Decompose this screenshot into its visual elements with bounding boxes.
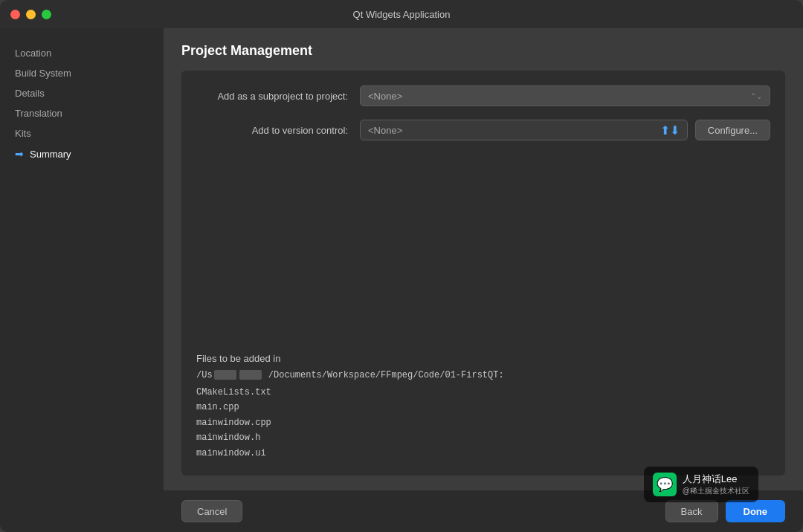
- cancel-button[interactable]: Cancel: [181, 500, 242, 522]
- maximize-button[interactable]: [42, 10, 51, 19]
- sidebar-item-label-summary: Summary: [30, 149, 71, 160]
- list-item: mainwindow.h: [196, 430, 770, 445]
- sidebar-item-details[interactable]: Details: [0, 83, 164, 103]
- list-item: CMakeLists.txt: [196, 385, 770, 400]
- sidebar-item-label-details: Details: [15, 88, 45, 99]
- wechat-icon: 💬: [653, 473, 677, 496]
- panel: Add as a subproject to project: <None> ⌃…: [181, 71, 785, 476]
- version-control-dropdown[interactable]: <None> ⬆⬇: [360, 120, 688, 140]
- watermark-text: 人月神话Lee: [683, 473, 749, 486]
- files-label: Files to be added in: [196, 353, 770, 364]
- sidebar-item-label-kits: Kits: [15, 128, 31, 139]
- sidebar-item-label-translation: Translation: [15, 108, 62, 119]
- right-panel: Project Management Add as a subproject t…: [164, 28, 803, 532]
- watermark-sub: @稀土掘金技术社区: [683, 486, 749, 496]
- dropdown-blue-arrow-icon: ⬆⬇: [660, 123, 680, 137]
- files-path: /Us /Documents/Workspace/FFmpeg/Code/01-…: [196, 370, 770, 380]
- subproject-label: Add as a subproject to project:: [196, 91, 360, 102]
- list-item: mainwindow.ui: [196, 446, 770, 461]
- configure-button[interactable]: Configure...: [695, 120, 770, 140]
- traffic-lights: [10, 10, 51, 19]
- sidebar: Location Build System Details Translatio…: [0, 28, 164, 532]
- arrow-right-icon: ➡: [15, 148, 24, 160]
- subproject-value: <None>: [368, 91, 402, 102]
- bottom-right-buttons: Back Done: [665, 500, 785, 522]
- redacted-1: [214, 370, 236, 380]
- subproject-dropdown[interactable]: <None> ⌃⌄: [360, 85, 770, 106]
- sidebar-item-label-location: Location: [15, 48, 51, 59]
- window-title: Qt Widgets Application: [353, 9, 451, 20]
- watermark: 💬 人月神话Lee @稀土掘金技术社区: [644, 467, 758, 502]
- main-layout: Location Build System Details Translatio…: [0, 28, 803, 532]
- sidebar-item-translation[interactable]: Translation: [0, 103, 164, 123]
- page-title: Project Management: [181, 43, 785, 59]
- subproject-control: <None> ⌃⌄: [360, 85, 770, 106]
- watermark-content: 人月神话Lee @稀土掘金技术社区: [683, 473, 749, 496]
- sidebar-item-kits[interactable]: Kits: [0, 123, 164, 143]
- version-control-control: <None> ⬆⬇ Configure...: [360, 120, 770, 140]
- close-button[interactable]: [10, 10, 20, 19]
- list-item: mainwindow.cpp: [196, 415, 770, 430]
- version-control-label: Add to version control:: [196, 125, 360, 136]
- sidebar-item-location[interactable]: Location: [0, 43, 164, 63]
- version-control-row: Add to version control: <None> ⬆⬇ Config…: [196, 120, 770, 140]
- files-list: CMakeLists.txt main.cpp mainwindow.cpp m…: [196, 385, 770, 461]
- sidebar-item-label-build-system: Build System: [15, 68, 71, 79]
- version-control-value: <None>: [368, 125, 402, 136]
- back-button[interactable]: Back: [665, 500, 718, 522]
- subproject-row: Add as a subproject to project: <None> ⌃…: [196, 85, 770, 106]
- content-area: Project Management Add as a subproject t…: [164, 28, 803, 490]
- dropdown-arrow-icon: ⌃⌄: [750, 92, 762, 100]
- title-bar: Qt Widgets Application: [0, 0, 803, 28]
- redacted-2: [239, 370, 262, 380]
- list-item: main.cpp: [196, 400, 770, 415]
- files-section: Files to be added in /Us /Documents/Work…: [196, 338, 770, 461]
- done-button[interactable]: Done: [726, 500, 786, 522]
- minimize-button[interactable]: [26, 10, 36, 19]
- sidebar-item-build-system[interactable]: Build System: [0, 63, 164, 83]
- sidebar-item-summary[interactable]: ➡ Summary: [0, 143, 164, 164]
